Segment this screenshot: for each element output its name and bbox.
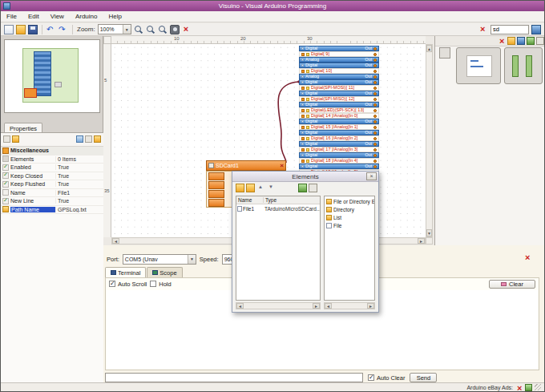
- menu-item[interactable]: Help: [103, 12, 127, 21]
- out-pin-icon[interactable]: [373, 64, 377, 67]
- arduino-pin-row[interactable]: Digital[ 14 ]/Analog[In 0] Out Digital[ …: [299, 113, 379, 119]
- menu-item[interactable]: Arduino: [70, 12, 103, 21]
- tab-scope[interactable]: Scope: [147, 267, 182, 277]
- pin-connector-icon[interactable]: [301, 75, 304, 78]
- scrollbar-track[interactable]: [332, 303, 367, 309]
- undo-icon[interactable]: [46, 25, 56, 34]
- open-project-icon[interactable]: [16, 25, 26, 34]
- arduino-pin-row[interactable]: Digital Out Digital: [299, 79, 379, 85]
- scroll-right-icon[interactable]: ►: [418, 238, 425, 244]
- element-row[interactable]: File1 TArduinoMicroSDCard...: [236, 204, 320, 212]
- property-value[interactable]: File1: [55, 190, 103, 196]
- property-value[interactable]: GPSLog.txt: [55, 207, 103, 212]
- arduino-pin-row[interactable]: Digital[ 10] Out Digital[ 10]: [299, 68, 379, 74]
- arduino-pin-row[interactable]: Digital Out Digital: [299, 130, 379, 135]
- palette-view-icon[interactable]: [536, 37, 544, 45]
- scrollbar-track[interactable]: [426, 52, 432, 229]
- arduino-pin-row[interactable]: Digital(LED)(SPI-SCK)[ 13] Out Digital(L…: [299, 107, 379, 113]
- scroll-right-icon[interactable]: ►: [313, 303, 320, 309]
- disconnect-icon[interactable]: [523, 253, 533, 263]
- pin-connector-icon[interactable]: [301, 165, 304, 168]
- property-row[interactable]: Enabled True: [1, 164, 103, 172]
- out-pin-icon[interactable]: [373, 59, 377, 62]
- tab-terminal[interactable]: Terminal: [105, 267, 146, 277]
- out-pin-icon[interactable]: [373, 165, 377, 168]
- out-pin-icon[interactable]: [373, 92, 377, 95]
- pin-dot-icon[interactable]: [373, 53, 377, 56]
- property-value[interactable]: True: [55, 164, 103, 170]
- out-pin-icon[interactable]: [373, 131, 377, 135]
- move-up-icon[interactable]: [256, 184, 265, 192]
- element-type-item[interactable]: File or Directory Exis: [325, 197, 374, 205]
- arduino-pin-row[interactable]: Digital Out Digital: [299, 164, 379, 169]
- scroll-right-icon[interactable]: ►: [367, 303, 374, 309]
- zoom-select[interactable]: 100%: [98, 24, 131, 34]
- refresh-ads-icon[interactable]: [525, 384, 532, 391]
- elements-list-scrollbar[interactable]: ◄ ►: [236, 302, 321, 309]
- element-type-item[interactable]: Directory: [325, 205, 374, 213]
- sdcard-delete-icon[interactable]: ×: [280, 163, 284, 168]
- arduino-pin-row[interactable]: Digital[ 18 ]/Analog[In 4] Out Digital[ …: [299, 158, 379, 164]
- new-file-icon[interactable]: [4, 25, 14, 34]
- title-bar[interactable]: Visuino - Visual Arduino Programming: [1, 1, 544, 11]
- scroll-left-icon[interactable]: ◄: [236, 303, 244, 309]
- auto-scroll-checkbox[interactable]: [109, 281, 115, 287]
- out-pin-icon[interactable]: [373, 120, 377, 123]
- auto-clear-checkbox[interactable]: [368, 374, 374, 381]
- expand-all-icon[interactable]: [12, 135, 19, 143]
- scroll-down-icon[interactable]: ▼: [426, 229, 432, 236]
- pin-dot-icon[interactable]: [373, 98, 377, 101]
- send-message-input[interactable]: [105, 373, 363, 382]
- menu-item[interactable]: View: [45, 12, 70, 21]
- redo-icon[interactable]: [59, 25, 68, 34]
- property-row[interactable]: Keep Flushed True: [1, 180, 103, 189]
- property-row[interactable]: Name File1: [1, 189, 103, 198]
- add-element-icon[interactable]: [236, 184, 244, 192]
- scrollbar-track[interactable]: [244, 303, 313, 309]
- search-clear-icon[interactable]: [478, 25, 488, 34]
- arduino-pin-row[interactable]: Digital Out Digital: [299, 91, 379, 96]
- palette-component-card[interactable]: [504, 47, 543, 84]
- property-row[interactable]: Miscellaneous: [1, 147, 103, 156]
- resize-grip-icon[interactable]: [535, 384, 541, 390]
- property-row[interactable]: Elements 0 Items: [1, 156, 103, 164]
- pin-connector-icon[interactable]: [301, 59, 304, 61]
- out-pin-icon[interactable]: [373, 143, 377, 146]
- zoom-fit-icon[interactable]: [158, 25, 168, 34]
- canvas-vertical-scrollbar[interactable]: ▲ ▼: [426, 44, 433, 237]
- pin-dot-icon[interactable]: [373, 70, 377, 73]
- alpha-sort-icon[interactable]: [85, 135, 92, 143]
- arduino-pin-row[interactable]: Digital Out Digital: [299, 152, 379, 158]
- pin-connector-icon[interactable]: [301, 92, 304, 95]
- property-value[interactable]: 0 Items: [55, 156, 103, 162]
- menu-item[interactable]: File: [1, 12, 22, 21]
- property-row[interactable]: Keep Closed True: [1, 172, 103, 181]
- pin-dot-icon[interactable]: [373, 160, 377, 163]
- auto-clear-option[interactable]: Auto Clear: [368, 374, 405, 382]
- out-pin-icon[interactable]: [373, 47, 377, 51]
- sdcard-pin[interactable]: [208, 190, 224, 198]
- component-search-input[interactable]: [490, 25, 529, 34]
- scroll-left-icon[interactable]: ◄: [325, 303, 332, 309]
- pin-panel-icon[interactable]: [94, 135, 101, 143]
- category-view-icon[interactable]: [76, 135, 83, 143]
- column-type[interactable]: Type: [264, 197, 320, 203]
- pin-dot-icon[interactable]: [373, 115, 377, 118]
- palette-category-icon[interactable]: [439, 47, 450, 59]
- element-type-item[interactable]: File: [325, 221, 374, 229]
- arduino-pin-row[interactable]: Digital[ 17 ]/Analog[In 3] Out Digital[ …: [299, 147, 379, 152]
- sdcard-component-header[interactable]: SDCard1 ×: [206, 160, 286, 171]
- arduino-pin-row[interactable]: Analog Out Analog: [299, 74, 379, 79]
- arduino-pin-row[interactable]: Digital Out Digital: [299, 141, 379, 147]
- pin-connector-icon[interactable]: [301, 64, 304, 67]
- arduino-pin-row[interactable]: Digital Out Digital: [299, 46, 379, 51]
- close-ads-icon[interactable]: [515, 384, 523, 391]
- pin-connector-icon[interactable]: [301, 81, 304, 83]
- property-row[interactable]: Path Name GPSLog.txt: [1, 206, 103, 215]
- dialog-close-icon[interactable]: [366, 172, 377, 180]
- pin-connector-icon[interactable]: [301, 103, 304, 106]
- arduino-pin-row[interactable]: Digital Out Digital: [299, 119, 379, 124]
- save-project-icon[interactable]: [28, 25, 38, 34]
- arduino-pin-row[interactable]: Analog Out Analog: [299, 57, 379, 63]
- out-pin-icon[interactable]: [373, 154, 377, 157]
